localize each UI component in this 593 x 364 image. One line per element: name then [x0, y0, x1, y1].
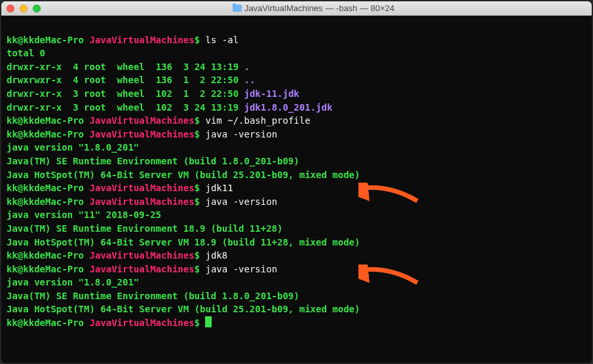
size: 102 [156, 88, 172, 99]
prompt-line: kk@kkdeMac-Pro JavaVirtualMachines$ java… [7, 264, 277, 274]
java-line: java version "1.8.0_201" [7, 277, 139, 287]
prompt-line: kk@kkdeMac-Pro JavaVirtualMachines$ ls -… [7, 35, 239, 45]
title-wrap: JavaVirtualMachines — -bash — 80×24 [41, 3, 586, 13]
links: 3 [73, 102, 78, 113]
user-host: kk@kkdeMac-Pro [7, 35, 84, 45]
user-host: kk@kkdeMac-Pro [7, 264, 84, 274]
owner: root [84, 62, 106, 72]
prompt-line: kk@kkdeMac-Pro JavaVirtualMachines$ vim … [7, 115, 311, 126]
java-line: Java(TM) SE Runtime Environment 18.9 (bu… [7, 223, 282, 234]
prompt-line: kk@kkdeMac-Pro JavaVirtualMachines$ java… [7, 196, 277, 207]
group: wheel [117, 102, 145, 113]
dirname: . [244, 62, 250, 72]
perm: drwxr-xr-x [7, 62, 62, 72]
zoom-icon[interactable] [33, 5, 41, 12]
arrow-icon [358, 183, 421, 206]
terminal-window: JavaVirtualMachines — -bash — 80×24 kk@k… [1, 1, 592, 363]
date: 3 24 13:19 [183, 102, 239, 113]
ls-row: drwxrwxr-x 4 root wheel 136 1 2 22:50 .. [7, 75, 255, 85]
folder-icon [233, 5, 242, 12]
window-title: JavaVirtualMachines — -bash — 80×24 [244, 3, 394, 13]
links: 3 [73, 88, 78, 99]
prompt-line: kk@kkdeMac-Pro JavaVirtualMachines$ jdk1… [7, 183, 233, 193]
prompt-symbol: $ [195, 264, 200, 274]
command-javav: java -version [205, 264, 277, 274]
command-lsal: ls -al [205, 35, 239, 45]
size: 102 [156, 102, 172, 113]
user-host: kk@kkdeMac-Pro [7, 115, 84, 126]
cwd: JavaVirtualMachines [89, 129, 194, 139]
command-javav: java -version [205, 196, 277, 207]
ls-row: drwxr-xr-x 3 root wheel 102 3 24 13:19 j… [7, 102, 332, 113]
minimize-icon[interactable] [20, 5, 28, 12]
close-icon[interactable] [7, 5, 14, 12]
group: wheel [117, 62, 145, 72]
perm: drwxr-xr-x [7, 102, 62, 113]
cwd: JavaVirtualMachines [89, 115, 194, 126]
prompt-line: kk@kkdeMac-Pro JavaVirtualMachines$ java… [7, 129, 277, 139]
prompt-symbol: $ [195, 115, 200, 126]
java-line: Java HotSpot(TM) 64-Bit Server VM (build… [7, 170, 360, 180]
traffic-lights [7, 5, 41, 12]
links: 4 [73, 75, 78, 85]
dirname: .. [244, 75, 256, 85]
java-line: Java HotSpot(TM) 64-Bit Server VM 18.9 (… [7, 237, 360, 247]
prompt-symbol: $ [195, 318, 200, 328]
prompt-symbol: $ [195, 183, 200, 193]
size: 136 [156, 75, 172, 85]
user-host: kk@kkdeMac-Pro [7, 318, 84, 328]
owner: root [84, 102, 106, 113]
group: wheel [117, 88, 145, 99]
prompt-symbol: $ [195, 196, 200, 207]
ls-row: drwxr-xr-x 4 root wheel 136 3 24 13:19 . [7, 62, 250, 72]
prompt-line: kk@kkdeMac-Pro JavaVirtualMachines$ [7, 318, 212, 328]
group: wheel [117, 75, 145, 85]
ls-row: drwxr-xr-x 3 root wheel 102 1 2 22:50 jd… [7, 88, 299, 99]
owner: root [84, 88, 106, 99]
java-line: Java(TM) SE Runtime Environment (build 1… [7, 291, 299, 301]
cwd: JavaVirtualMachines [89, 264, 194, 274]
user-host: kk@kkdeMac-Pro [7, 129, 84, 139]
user-host: kk@kkdeMac-Pro [7, 196, 84, 207]
date: 1 2 22:50 [183, 75, 239, 85]
perm: drwxrwxr-x [7, 75, 62, 85]
prompt-line: kk@kkdeMac-Pro JavaVirtualMachines$ jdk8 [7, 250, 227, 261]
dirname: jdk-11.jdk [244, 88, 299, 99]
cwd: JavaVirtualMachines [89, 35, 194, 45]
command-jdk8: jdk8 [205, 250, 227, 261]
titlebar: JavaVirtualMachines — -bash — 80×24 [1, 1, 592, 16]
cwd: JavaVirtualMachines [89, 318, 194, 328]
user-host: kk@kkdeMac-Pro [7, 183, 84, 193]
ls-total: total 0 [7, 48, 45, 58]
cursor-icon [205, 316, 212, 327]
perm: drwxr-xr-x [7, 88, 62, 99]
cwd: JavaVirtualMachines [89, 183, 194, 193]
date: 1 2 22:50 [183, 88, 239, 99]
prompt-symbol: $ [195, 35, 200, 45]
command-vim: vim ~/.bash_profile [205, 115, 310, 126]
java-line: Java HotSpot(TM) 64-Bit Server VM (build… [7, 304, 360, 314]
java-line: java version "1.8.0_201" [7, 142, 139, 153]
java-line: Java(TM) SE Runtime Environment (build 1… [7, 156, 299, 166]
java-line: java version "11" 2018-09-25 [7, 209, 161, 220]
terminal-body[interactable]: kk@kkdeMac-Pro JavaVirtualMachines$ ls -… [1, 16, 592, 363]
command-javav: java -version [205, 129, 277, 139]
user-host: kk@kkdeMac-Pro [7, 250, 84, 261]
size: 136 [156, 62, 172, 72]
dirname: jdk1.8.0_201.jdk [244, 102, 333, 113]
cwd: JavaVirtualMachines [89, 250, 194, 261]
command-jdk11: jdk11 [205, 183, 233, 193]
cwd: JavaVirtualMachines [89, 196, 194, 207]
owner: root [84, 75, 106, 85]
prompt-symbol: $ [195, 250, 200, 261]
arrow-icon [358, 264, 421, 288]
date: 3 24 13:19 [183, 62, 239, 72]
prompt-symbol: $ [195, 129, 200, 139]
links: 4 [73, 62, 78, 72]
